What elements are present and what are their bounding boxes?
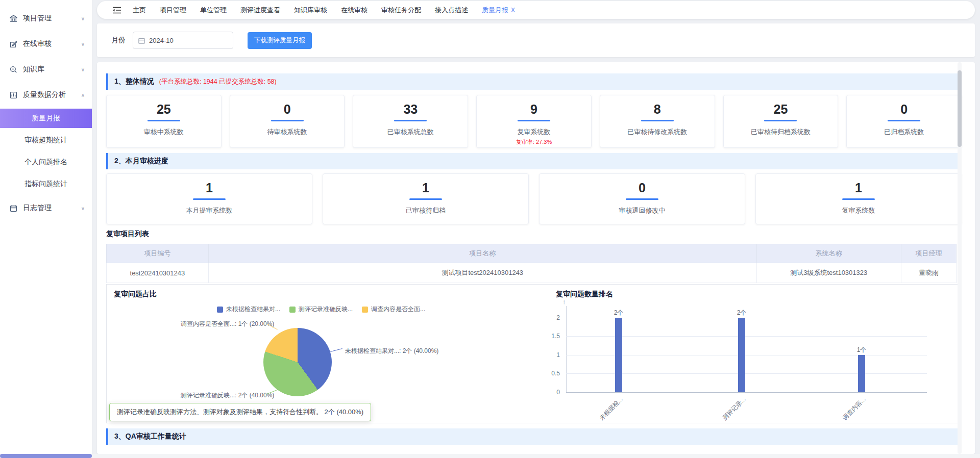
review-project-table: 项目编号 项目名称 系统名称 项目经理 test202410301243 测试项…: [106, 244, 957, 283]
section-title: 3、QA审核工作量统计: [114, 432, 186, 441]
chevron-down-icon: ∨: [81, 41, 85, 47]
sidebar: 项目管理 ∨ 在线审核 ∨ 知识库 ∨ 质量数据分析 ∧ 质量月报 审核超期统计…: [0, 0, 92, 458]
stat-value: 1: [422, 180, 429, 195]
tab-unit-mgmt[interactable]: 单位管理: [200, 6, 227, 15]
stat-label: 已审核待归档系统数: [751, 128, 811, 137]
pie-callout-yellow: 调查内容是否全面...: 1个 (20.00%): [181, 320, 274, 328]
bar-issue-1[interactable]: [615, 318, 622, 392]
stat-card-to-archive: 25 已审核待归档系统数: [723, 95, 839, 148]
cell-project-name: 测试项目test202410301243: [208, 263, 756, 283]
legend-label: 测评记录准确反映...: [299, 305, 353, 314]
sidebar-item-label: 知识库: [23, 65, 44, 74]
col-project-manager: 项目经理: [901, 244, 956, 263]
sidebar-item-log-mgmt[interactable]: 日志管理 ∨: [0, 197, 92, 219]
y-tick: 0: [535, 389, 560, 396]
stat-label: 本月提审系统数: [186, 206, 233, 215]
sidebar-item-quality-analysis[interactable]: 质量数据分析 ∧: [0, 84, 92, 106]
overview-cards-row: 25 审核中系统数 0 待审核系统数 33 已审核系统总数 9 复审系统数 复审…: [106, 95, 962, 148]
stat-card-month-submitted: 1 本月提审系统数: [106, 173, 312, 224]
table-row: test202410301243 测试项目test202410301243 测试…: [107, 263, 957, 283]
sidebar-subitem-indicator-stats[interactable]: 指标问题统计: [0, 174, 92, 194]
stat-value: 9: [530, 101, 537, 117]
cell-system-name: 测试3级系统test10301323: [756, 263, 901, 283]
stat-underline: [518, 120, 550, 121]
tab-home[interactable]: 主页: [133, 6, 146, 15]
sidebar-item-label: 质量数据分析: [23, 90, 66, 99]
pie-chart[interactable]: [263, 328, 332, 396]
tab-quality-monthly-report[interactable]: 质量月报X: [482, 6, 515, 15]
pie-callout-green: 测评记录准确反映...: 2个 (40.00%): [181, 391, 274, 400]
horizontal-scrollbar-track[interactable]: [0, 454, 980, 458]
legend-item[interactable]: 调查内容是否全面...: [362, 305, 425, 314]
stat-underline: [148, 120, 180, 121]
tab-access-point[interactable]: 接入点描述: [435, 6, 468, 15]
legend-label: 调查内容是否全面...: [371, 305, 425, 314]
sidebar-item-label: 日志管理: [23, 203, 52, 213]
y-tick: 0.5: [535, 370, 560, 377]
legend-swatch: [217, 307, 223, 313]
pie-chart-region: 复审问题占比 未根据检查结果对... 测评记录准确反映... 调查内容是否全面.…: [107, 285, 535, 423]
sidebar-item-project-mgmt[interactable]: 项目管理 ∨: [0, 7, 92, 30]
stat-underline: [764, 120, 797, 121]
stat-card-reviewed-total: 33 已审核系统总数: [353, 95, 468, 148]
stat-value: 33: [403, 101, 418, 117]
tab-online-review[interactable]: 在线审核: [341, 6, 368, 15]
chevron-down-icon: ∨: [81, 16, 85, 21]
cell-project-manager: 董晓雨: [901, 263, 956, 283]
bar-issue-2[interactable]: [738, 318, 745, 392]
legend-item[interactable]: 未根据检查结果对...: [217, 305, 280, 314]
y-axis-line: [566, 306, 567, 392]
stat-underline: [641, 120, 674, 121]
edit-icon: [9, 40, 18, 48]
sidebar-item-knowledge-base[interactable]: 知识库 ∨: [0, 58, 92, 81]
sidebar-subitem-overdue-stats[interactable]: 审核超期统计: [0, 131, 92, 150]
collapse-menu-icon[interactable]: [112, 7, 121, 14]
tab-knowledge-review[interactable]: 知识库审核: [294, 6, 327, 15]
x-category-label: 调查内容...: [841, 395, 868, 422]
pie-chart-title: 复审问题占比: [114, 290, 157, 299]
pie-callout-blue: 未根据检查结果对...: 2个 (40.00%): [345, 347, 438, 355]
col-project-id: 项目编号: [107, 244, 209, 263]
stat-value: 0: [900, 101, 908, 117]
col-system-name: 系统名称: [756, 244, 901, 263]
stat-underline: [888, 120, 920, 121]
stat-underline: [842, 198, 875, 200]
knowledge-icon: [9, 65, 18, 74]
bar-chart-region: 复审问题数量排名 ↑ 2 1.5 1 0.5 0 2个 2个 1个 未根据检..…: [535, 285, 962, 424]
tab-project-mgmt[interactable]: 项目管理: [160, 6, 186, 15]
stat-label: 已审核系统总数: [387, 128, 434, 137]
bar-issue-3[interactable]: [858, 355, 865, 392]
y-tick: 2: [535, 314, 560, 321]
stat-value: 0: [284, 101, 291, 117]
pie-leader-line: [330, 348, 342, 352]
month-picker[interactable]: 2024-10: [133, 32, 233, 49]
x-category-label: 未根据检...: [598, 395, 625, 422]
legend-swatch: [362, 307, 368, 313]
chevron-up-icon: ∧: [81, 92, 85, 98]
section-header-overview: 1、整体情况 (平台系统总数: 1944 已提交系统总数: 58): [106, 73, 962, 90]
stat-value: 0: [639, 180, 646, 195]
horizontal-scrollbar-thumb[interactable]: [0, 454, 92, 458]
y-tick: 1.5: [535, 333, 560, 340]
calendar-icon: [138, 37, 145, 44]
re-review-rate: 复审率: 27.3%: [516, 138, 552, 146]
tab-task-assign[interactable]: 审核任务分配: [381, 6, 421, 15]
close-icon[interactable]: X: [511, 7, 515, 14]
tab-progress-view[interactable]: 测评进度查看: [240, 6, 280, 15]
bar-value-label: 1个: [851, 346, 872, 354]
stat-card-month-archived-wait: 1 已审核待归档: [323, 173, 529, 224]
legend-label: 未根据检查结果对...: [226, 305, 280, 314]
x-category-label: 测评记录...: [721, 395, 748, 422]
stat-underline: [271, 120, 304, 121]
sidebar-subitem-personal-ranking[interactable]: 个人问题排名: [0, 152, 92, 172]
sidebar-subitem-quality-monthly-report[interactable]: 质量月报: [0, 109, 92, 128]
vertical-scrollbar-thumb[interactable]: [958, 70, 962, 147]
chevron-down-icon: ∨: [81, 67, 85, 72]
month-value: 2024-10: [149, 37, 174, 44]
stat-underline: [626, 198, 658, 200]
legend-item[interactable]: 测评记录准确反映...: [289, 305, 353, 314]
sidebar-item-online-review[interactable]: 在线审核 ∨: [0, 33, 92, 55]
chevron-down-icon: ∨: [81, 206, 85, 211]
download-report-button[interactable]: 下载测评质量月报: [248, 32, 312, 49]
sidebar-item-label: 项目管理: [23, 14, 52, 23]
